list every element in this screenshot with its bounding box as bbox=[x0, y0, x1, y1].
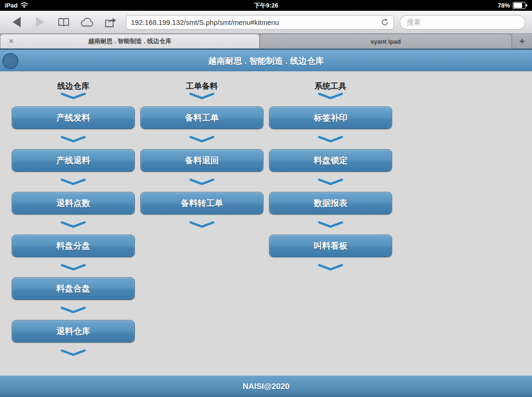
menu-button[interactable]: 备料退回 bbox=[140, 149, 263, 172]
chevron-down-icon bbox=[317, 263, 344, 271]
chevron-down-icon bbox=[188, 221, 216, 229]
reload-button[interactable] bbox=[381, 18, 389, 26]
plus-icon: + bbox=[519, 36, 525, 47]
tab-inactive-syant-ipad[interactable]: syant ipad bbox=[260, 34, 512, 48]
page-footer: NAISI@2020 bbox=[0, 375, 532, 397]
search-input[interactable]: 搜索 bbox=[400, 15, 525, 30]
menu-button[interactable]: 叫料看板 bbox=[269, 235, 392, 257]
app-header: 越南耐思 . 智能制造 . 线边仓库 bbox=[0, 50, 532, 71]
reload-icon bbox=[381, 18, 389, 26]
share-icon bbox=[104, 17, 117, 28]
status-right: 78% bbox=[498, 2, 527, 9]
chevron-down-icon bbox=[60, 306, 87, 314]
share-button[interactable] bbox=[100, 13, 120, 31]
menu-button[interactable]: 数据报表 bbox=[269, 192, 392, 214]
forward-button[interactable] bbox=[30, 13, 50, 31]
chevron-down-icon bbox=[60, 92, 87, 100]
column-header: 工单备料 bbox=[186, 82, 218, 91]
menu-button[interactable]: 备料转工单 bbox=[140, 192, 263, 214]
search-placeholder: 搜索 bbox=[407, 18, 421, 27]
tab-title: 越南耐思 . 智能制造 . 线边仓库 bbox=[88, 37, 172, 46]
chevron-down-icon bbox=[60, 178, 87, 186]
chevron-down-icon bbox=[188, 92, 216, 100]
forward-icon bbox=[36, 17, 44, 27]
menu-button[interactable]: 料盘合盘 bbox=[12, 277, 135, 300]
menu-button[interactable]: 备料工单 bbox=[140, 107, 263, 129]
menu-button[interactable]: 退料仓库 bbox=[12, 320, 135, 343]
footer-text: NAISI@2020 bbox=[243, 382, 290, 391]
chevron-down-icon bbox=[317, 92, 344, 100]
battery-percent: 78% bbox=[498, 2, 510, 9]
chevron-down-icon bbox=[60, 135, 87, 143]
bookmarks-button[interactable] bbox=[54, 13, 73, 31]
column-header: 系统工具 bbox=[315, 82, 347, 91]
chevron-down-icon bbox=[317, 221, 344, 229]
page-title: 越南耐思 . 智能制造 . 线边仓库 bbox=[208, 55, 324, 67]
device-label: iPad bbox=[5, 2, 17, 9]
menu-button[interactable]: 料盘锁定 bbox=[269, 149, 392, 172]
cloud-icon bbox=[80, 17, 94, 27]
tab-bar: × 越南耐思 . 智能制造 . 线边仓库 syant ipad + bbox=[0, 34, 532, 48]
chevron-down-icon bbox=[317, 178, 344, 186]
chevron-down-icon bbox=[60, 263, 87, 271]
status-bar: iPad 下午9:26 78% bbox=[0, 0, 532, 11]
wifi-icon bbox=[20, 2, 28, 8]
chevron-down-icon bbox=[317, 135, 344, 143]
close-tab-icon[interactable]: × bbox=[9, 38, 13, 45]
back-icon bbox=[13, 17, 21, 27]
status-time: 下午9:26 bbox=[0, 1, 532, 10]
menu-button[interactable]: 标签补印 bbox=[269, 107, 392, 129]
status-left: iPad bbox=[5, 2, 28, 9]
chevron-down-icon bbox=[188, 178, 216, 186]
menu-column-1: 线边仓库产线发料产线退料退料点数料盘分盘料盘合盘退料仓库 bbox=[12, 82, 135, 375]
icloud-tabs-button[interactable] bbox=[77, 13, 97, 31]
ipad-screen: iPad 下午9:26 78% bbox=[0, 0, 532, 397]
menu-column-3: 系统工具标签补印料盘锁定数据报表叫料看板 bbox=[269, 82, 392, 375]
tab-active-kitmenu[interactable]: × 越南耐思 . 智能制造 . 线边仓库 bbox=[0, 34, 260, 48]
browser-toolbar: 192.168.199.132/smt/S.php/smt/menu#kitme… bbox=[0, 11, 532, 34]
menu-content: 线边仓库产线发料产线退料退料点数料盘分盘料盘合盘退料仓库工单备料备料工单备料退回… bbox=[0, 71, 532, 375]
menu-button[interactable]: 退料点数 bbox=[12, 192, 135, 214]
bookmarks-book-icon bbox=[57, 17, 70, 27]
home-circle-button[interactable] bbox=[2, 53, 18, 69]
url-text: 192.168.199.132/smt/S.php/smt/menu#kitme… bbox=[131, 18, 279, 26]
menu-button[interactable]: 料盘分盘 bbox=[12, 235, 135, 257]
url-bar[interactable]: 192.168.199.132/smt/S.php/smt/menu#kitme… bbox=[126, 15, 394, 30]
menu-column-2: 工单备料备料工单备料退回备料转工单 bbox=[140, 82, 263, 375]
chevron-down-icon bbox=[188, 135, 216, 143]
menu-button[interactable]: 产线发料 bbox=[12, 107, 135, 129]
battery-icon bbox=[513, 2, 527, 9]
tab-title: syant ipad bbox=[370, 38, 401, 45]
chevron-down-icon bbox=[60, 221, 87, 229]
column-header: 线边仓库 bbox=[57, 82, 89, 91]
back-button[interactable] bbox=[7, 13, 26, 31]
chevron-down-icon bbox=[60, 349, 87, 357]
menu-button[interactable]: 产线退料 bbox=[12, 149, 135, 172]
new-tab-button[interactable]: + bbox=[512, 34, 532, 48]
